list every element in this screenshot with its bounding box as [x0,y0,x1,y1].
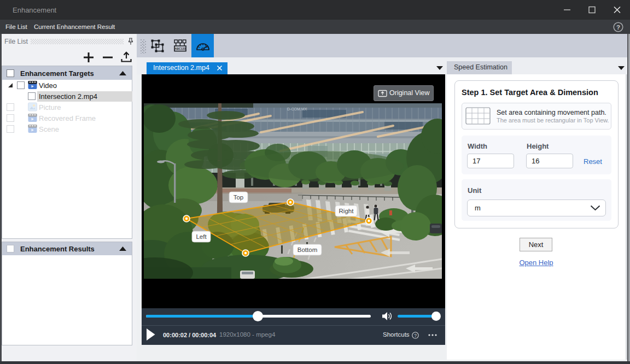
svg-text:?: ? [414,333,417,338]
svg-text:Top: Top [234,194,244,201]
svg-text:Left: Left [196,233,207,240]
svg-text:?: ? [616,24,620,31]
svg-text:ABC123: ABC123 [175,47,186,50]
svg-text:Right: Right [339,208,354,214]
svg-text:D-COM.MX: D-COM.MX [287,107,307,111]
svg-text:Bottom: Bottom [298,246,317,253]
